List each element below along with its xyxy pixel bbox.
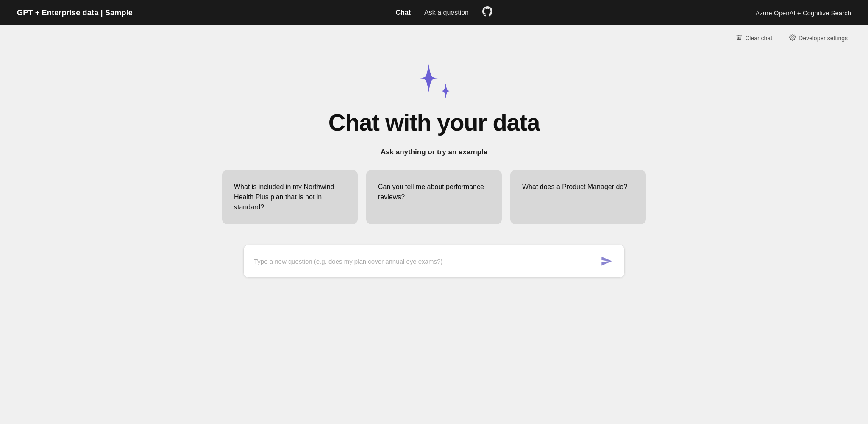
app-title: GPT + Enterprise data | Sample — [17, 8, 133, 17]
navbar-left: GPT + Enterprise data | Sample — [17, 8, 133, 17]
clear-chat-button[interactable]: Clear chat — [732, 32, 776, 44]
send-icon — [601, 255, 612, 267]
sparkle-small-icon — [438, 84, 453, 98]
developer-settings-button[interactable]: Developer settings — [786, 32, 851, 44]
trash-icon — [736, 34, 743, 42]
sparkle-group — [415, 64, 453, 98]
chat-input-wrapper — [243, 245, 625, 278]
chat-input[interactable] — [254, 258, 599, 265]
example-cards-container: What is included in my Northwind Health … — [222, 170, 646, 224]
nav-chat-link[interactable]: Chat — [395, 9, 411, 17]
gear-icon — [789, 34, 796, 42]
page-subheading: Ask anything or try an example — [381, 148, 487, 156]
toolbar: Clear chat Developer settings — [0, 25, 868, 47]
navbar-center: Chat Ask a question — [395, 6, 492, 19]
example-card-2[interactable]: Can you tell me about performance review… — [366, 170, 502, 224]
clear-chat-label: Clear chat — [745, 35, 772, 42]
page-heading: Chat with your data — [328, 109, 540, 136]
azure-label: Azure OpenAI + Cognitive Search — [755, 9, 851, 17]
svg-point-0 — [792, 36, 793, 38]
navbar: GPT + Enterprise data | Sample Chat Ask … — [0, 0, 868, 25]
example-card-3[interactable]: What does a Product Manager do? — [510, 170, 646, 224]
send-button[interactable] — [599, 254, 614, 269]
main-content: Chat with your data Ask anything or try … — [0, 47, 868, 424]
github-icon[interactable] — [482, 6, 492, 19]
nav-ask-link[interactable]: Ask a question — [424, 9, 469, 17]
developer-settings-label: Developer settings — [798, 35, 848, 42]
example-card-1[interactable]: What is included in my Northwind Health … — [222, 170, 358, 224]
